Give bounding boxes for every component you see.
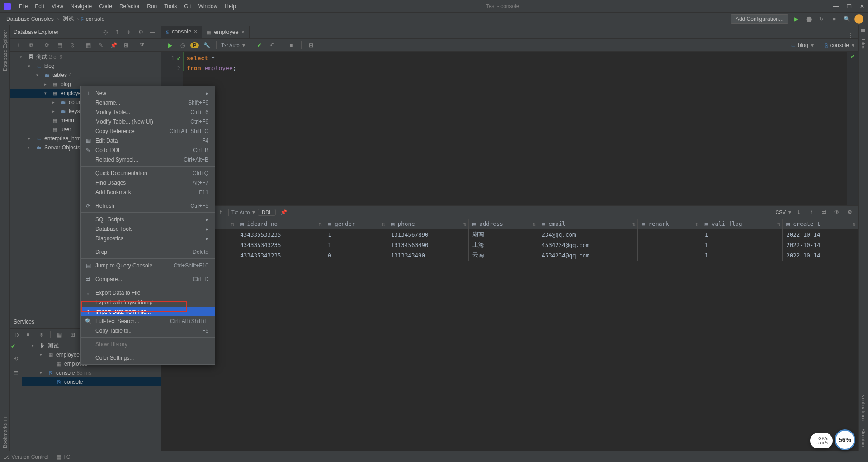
svc-layout-icon[interactable]: ⊞ xyxy=(68,330,78,340)
dropdown-icon[interactable]: ▾ xyxy=(811,42,814,48)
menu-item[interactable]: ⟳RefreshCtrl+F5 xyxy=(81,201,215,210)
tab-console[interactable]: console × xyxy=(161,26,202,38)
strip-database-explorer[interactable]: Database Explorer xyxy=(2,28,8,73)
menu-item[interactable]: Modify Table... (New UI)Ctrl+F6 xyxy=(81,117,215,126)
edit-icon[interactable]: ✎ xyxy=(96,40,106,50)
dropdown-icon[interactable]: ▾ xyxy=(242,42,245,48)
upload-icon[interactable]: ⭱ xyxy=(807,207,816,217)
menu-item[interactable]: SQL Scripts▸ xyxy=(81,214,215,224)
close-icon[interactable]: × xyxy=(241,29,245,35)
context-menu[interactable]: +New▸Rename...Shift+F6Modify Table...Ctr… xyxy=(80,86,215,365)
collapse-icon[interactable]: ⇟ xyxy=(124,27,134,37)
code-editor[interactable]: 1✔ 2 select * from employee; ✔ xyxy=(161,52,858,205)
tab-overflow-icon[interactable]: ⋮ xyxy=(844,32,858,38)
gear-icon[interactable]: ⚙ xyxy=(136,27,146,37)
menu-item[interactable]: ▦Edit DataF4 xyxy=(81,136,215,145)
menu-item[interactable]: Copy ReferenceCtrl+Alt+Shift+C xyxy=(81,126,215,136)
expand-icon[interactable]: ⇞ xyxy=(112,27,122,37)
pin-icon[interactable]: 📌 xyxy=(108,40,118,50)
bookmarks-icon[interactable]: Bookmarks ☐ xyxy=(2,416,8,448)
tab-employee[interactable]: employee × xyxy=(202,26,250,38)
files-icon[interactable]: 🖿 xyxy=(861,27,866,33)
menu-item[interactable]: Add BookmarkF11 xyxy=(81,187,215,197)
eye-icon[interactable]: 👁 xyxy=(832,207,842,217)
commit-icon[interactable]: ✔ xyxy=(255,40,264,50)
menu-item[interactable]: Export with 'mysqldump' xyxy=(81,297,215,307)
menu-item[interactable]: ⭱Import Data from File... xyxy=(81,307,215,316)
refresh-icon[interactable]: ⟳ xyxy=(42,40,52,50)
plan-icon[interactable]: P xyxy=(190,42,199,48)
restart-icon[interactable]: ⟲ xyxy=(11,354,21,364)
tree-row[interactable]: ▾console 85 ms xyxy=(22,368,161,377)
menu-item[interactable]: 🔍Full-Text Search...Ctrl+Alt+Shift+F xyxy=(81,316,215,326)
menu-item[interactable]: ✎Go to DDLCtrl+B xyxy=(81,145,215,155)
crumb-0[interactable]: Database Consoles xyxy=(5,16,56,22)
menu-item[interactable]: Modify Table...Ctrl+F6 xyxy=(81,107,215,117)
console-selector[interactable]: console xyxy=(830,42,849,48)
window-minimize-icon[interactable]: — xyxy=(833,3,839,10)
result-tx-mode[interactable]: Tx: Auto xyxy=(231,210,250,215)
svc-collapse-icon[interactable]: ⇟ xyxy=(37,330,47,340)
inspection-ok-icon[interactable]: ✔ xyxy=(850,53,855,60)
strip-files[interactable]: Files xyxy=(861,37,866,51)
menu-item[interactable]: Copy Table to...F5 xyxy=(81,326,215,335)
export-format[interactable]: CSV xyxy=(775,210,786,215)
menu-view[interactable]: View xyxy=(48,3,67,10)
menu-item[interactable]: ▤Jump to Query Console...Ctrl+Shift+F10 xyxy=(81,261,215,270)
tx-mode[interactable]: Tx: Auto xyxy=(221,43,239,48)
strip-notifications[interactable]: Notifications xyxy=(861,392,866,423)
window-close-icon[interactable]: ✕ xyxy=(860,3,864,10)
ddl-button[interactable]: DDL xyxy=(258,209,276,216)
disconnect-icon[interactable]: ⊘ xyxy=(67,40,77,50)
stop-db-icon[interactable]: ▤ xyxy=(55,40,65,50)
execute-icon[interactable]: ▶ xyxy=(165,40,175,50)
pin-icon[interactable]: 📌 xyxy=(278,207,288,217)
menu-item[interactable]: Quick DocumentationCtrl+Q xyxy=(81,168,215,178)
commit-rows-icon[interactable]: ⭱ xyxy=(216,207,226,217)
rerun-icon[interactable]: ↻ xyxy=(816,14,826,24)
view-icon[interactable]: ⊞ xyxy=(121,40,131,50)
tree-row[interactable]: ▾tables 4 xyxy=(10,71,161,80)
menu-edit[interactable]: Edit xyxy=(31,3,48,10)
stop-icon[interactable]: ■ xyxy=(829,14,839,24)
close-icon[interactable]: × xyxy=(194,29,197,35)
menu-item[interactable]: Diagnostics▸ xyxy=(81,233,215,243)
svc-grid-icon[interactable]: ▦ xyxy=(54,330,64,340)
rollback-icon[interactable]: ↶ xyxy=(267,40,277,50)
tc-button[interactable]: ▤ TC xyxy=(57,454,70,460)
window-restore-icon[interactable]: ❐ xyxy=(847,3,852,10)
version-control-button[interactable]: ⎇ Version Control xyxy=(4,454,48,460)
menu-item[interactable]: DropDelete xyxy=(81,247,215,257)
menu-item[interactable]: Find UsagesAlt+F7 xyxy=(81,178,215,187)
menu-run[interactable]: Run xyxy=(143,3,160,10)
duplicate-icon[interactable]: ⧉ xyxy=(26,40,36,50)
add-icon[interactable]: ＋ xyxy=(14,40,24,50)
target-icon[interactable]: ◎ xyxy=(100,27,110,37)
search-icon[interactable]: 🔍 xyxy=(842,14,852,24)
dropdown-icon[interactable]: ▾ xyxy=(852,42,854,48)
menu-item[interactable]: +New▸ xyxy=(81,88,215,98)
tree-row[interactable]: console xyxy=(22,377,161,386)
menu-navigate[interactable]: Navigate xyxy=(67,3,95,10)
menu-code[interactable]: Code xyxy=(95,3,116,10)
add-configuration-button[interactable]: Add Configuration... xyxy=(731,14,788,24)
crumb-1[interactable]: 测试 xyxy=(61,15,75,23)
svc-expand-icon[interactable]: ⇞ xyxy=(23,330,33,340)
menu-file[interactable]: File xyxy=(15,3,31,10)
menu-item[interactable]: Database Tools▸ xyxy=(81,224,215,233)
menu-item[interactable]: Color Settings... xyxy=(81,353,215,362)
dropdown-icon[interactable]: ▾ xyxy=(252,209,255,215)
compare-icon[interactable]: ⇄ xyxy=(819,207,829,217)
avatar[interactable] xyxy=(854,14,863,24)
clock-icon[interactable]: ◷ xyxy=(178,40,188,50)
menu-item[interactable]: ⭳Export Data to File xyxy=(81,288,215,297)
list-icon[interactable]: ☰ xyxy=(11,368,21,378)
result-table[interactable]: ▤ emp_code⇅▤ idcard_no⇅▤ gender⇅▤ phone⇅… xyxy=(161,219,858,451)
menu-item[interactable]: Rename...Shift+F6 xyxy=(81,98,215,107)
strip-structure[interactable]: Structure xyxy=(861,427,866,451)
menu-item[interactable]: Related Symbol...Ctrl+Alt+B xyxy=(81,155,215,164)
tree-row[interactable]: ▾blog xyxy=(10,62,161,71)
schema-selector[interactable]: blog xyxy=(798,42,808,48)
minimize-icon[interactable]: — xyxy=(147,27,157,37)
download-icon[interactable]: ⭳ xyxy=(794,207,804,217)
